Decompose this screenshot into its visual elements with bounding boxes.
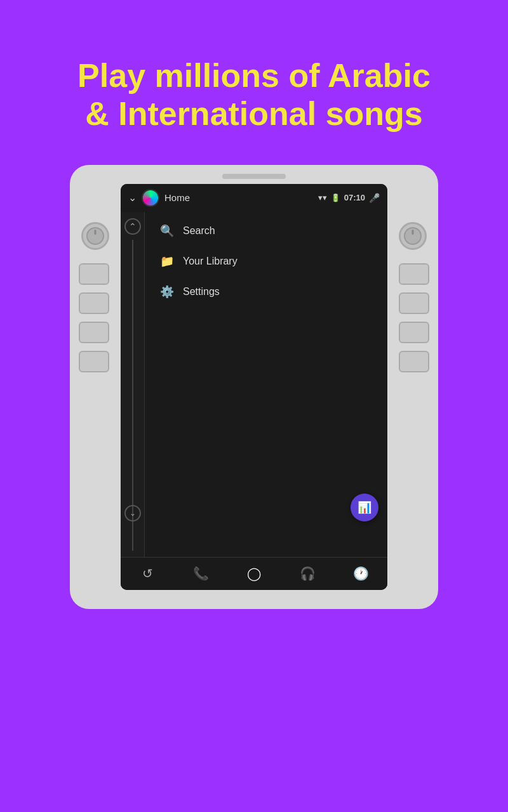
expand-button[interactable]: ⌄	[124, 505, 141, 521]
back-icon: ↺	[142, 566, 153, 581]
left-btn-2[interactable]	[79, 292, 109, 314]
left-side-buttons	[79, 263, 109, 372]
car-screen: ⌄ Home ▾▾ 🔋 07:10 🎤 ⌃ 🔍 Search	[121, 184, 387, 590]
right-side-buttons	[399, 263, 429, 372]
status-bar: ⌄ Home ▾▾ 🔋 07:10 🎤	[121, 184, 387, 212]
settings-label: Settings	[183, 286, 220, 298]
menu-item-search[interactable]: 🔍 Search	[150, 217, 382, 245]
settings-icon: ⚙️	[160, 285, 174, 299]
headline: Play millions of Arabic & International …	[38, 57, 470, 133]
fab-button[interactable]: 📊	[351, 494, 378, 521]
phone-icon: 📞	[193, 566, 209, 581]
left-btn-1[interactable]	[79, 263, 109, 285]
bars-icon: 📊	[358, 501, 371, 514]
home-label: Home	[164, 192, 313, 203]
right-btn-1[interactable]	[399, 263, 429, 285]
battery-icon: 🔋	[331, 193, 340, 202]
library-icon: 📁	[160, 254, 174, 268]
mic-icon: 🎤	[369, 193, 380, 203]
nav-recents[interactable]: 🕐	[345, 561, 376, 586]
left-knob[interactable]	[81, 222, 109, 250]
nav-headphones[interactable]: 🎧	[292, 561, 323, 586]
headline-line2: & International songs	[85, 95, 423, 132]
home-icon: ◯	[247, 566, 261, 581]
clock-icon: 🕐	[353, 566, 369, 581]
collapse-button[interactable]: ⌃	[124, 218, 141, 235]
nav-phone[interactable]: 📞	[185, 561, 216, 586]
device-top-pill	[222, 174, 286, 179]
right-btn-2[interactable]	[399, 292, 429, 314]
menu-item-library[interactable]: 📁 Your Library	[150, 247, 382, 275]
time-display: 07:10	[344, 193, 365, 202]
right-knob[interactable]	[399, 222, 427, 250]
right-btn-4[interactable]	[399, 351, 429, 372]
chevron-down-icon[interactable]: ⌄	[128, 192, 137, 204]
content-area: ⌃ 🔍 Search 📁 Your Library ⚙️ Settings	[121, 212, 387, 557]
status-icons: ▾▾ 🔋 07:10 🎤	[318, 193, 380, 203]
left-btn-3[interactable]	[79, 322, 109, 343]
headphones-icon: 🎧	[300, 566, 316, 581]
device: ⌄ Home ▾▾ 🔋 07:10 🎤 ⌃ 🔍 Search	[70, 165, 438, 609]
menu-item-settings[interactable]: ⚙️ Settings	[150, 278, 382, 306]
right-btn-3[interactable]	[399, 322, 429, 343]
bottom-nav: ↺ 📞 ◯ 🎧 🕐	[121, 557, 387, 590]
left-btn-4[interactable]	[79, 351, 109, 372]
wifi-icon: ▾▾	[318, 193, 327, 202]
nav-back[interactable]: ↺	[132, 561, 163, 586]
search-label: Search	[183, 225, 215, 237]
nav-home[interactable]: ◯	[239, 561, 269, 586]
app-icon	[142, 189, 159, 207]
sidebar-divider	[132, 240, 133, 551]
library-label: Your Library	[183, 256, 237, 267]
headline-line1: Play millions of Arabic	[77, 57, 431, 94]
search-icon: 🔍	[160, 224, 174, 238]
